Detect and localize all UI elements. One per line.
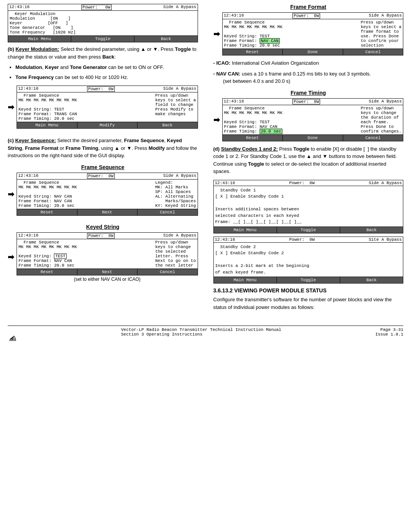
toggle-button[interactable]: Toggle bbox=[277, 277, 340, 283]
cancel-button[interactable]: Cancel bbox=[343, 135, 403, 141]
sc2-desc1: Inserts a 2-bit mark at the beginning bbox=[215, 263, 402, 269]
main-menu-button[interactable]: Main Menu bbox=[17, 122, 77, 128]
header-side: Side A Bypass bbox=[369, 13, 402, 18]
frame-seq-label: Frame Sequence bbox=[18, 180, 155, 185]
standby-code1-screen: 12:43:16 Power: 0W Side A Bypass Standby… bbox=[213, 180, 404, 233]
reset-button[interactable]: Reset bbox=[223, 49, 283, 55]
cancel-button[interactable]: Cancel bbox=[137, 269, 198, 275]
header-time: 12:43:16 bbox=[215, 237, 235, 242]
main-menu-button[interactable]: Main Menu bbox=[214, 227, 277, 233]
sc2-title: Standby Code 2 bbox=[215, 244, 402, 250]
top-section: 12:43:16 Power: 0W Side A Bypass Keyer M… bbox=[8, 4, 403, 314]
blank-line bbox=[18, 102, 155, 107]
reset-button[interactable]: Reset bbox=[223, 135, 283, 141]
nautel-logo: nautel bbox=[8, 327, 27, 343]
frame-timing-title: Frame Timing bbox=[213, 90, 404, 96]
toggle-button[interactable]: Toggle bbox=[71, 36, 134, 42]
left-column: 12:43:16 Power: 0W Side A Bypass Keyer M… bbox=[8, 4, 202, 314]
icao-text: International Civil Aviation Organizatio… bbox=[232, 60, 319, 66]
screen-footer: Reset Done Cancel bbox=[223, 49, 403, 55]
screen-header: 12:43:16 Power: 0W Side A Bypass bbox=[8, 4, 198, 11]
frame-format-screen: 12:43:16 Power: 0W Side A Bypass Frame S… bbox=[222, 12, 404, 55]
header-side: Side A Bypass bbox=[369, 181, 402, 185]
screen-header: 12:43:16 Power: 0W Side A Bypass bbox=[17, 86, 198, 92]
frame-seq-modify-row: ➡ 12:43:16 Power: 0W Side A Bypass Frame… bbox=[8, 86, 198, 129]
icao-bold: ICAO: bbox=[216, 60, 230, 66]
content-left: Frame Sequence MK MK MK MK MK MK MK MK K… bbox=[18, 240, 155, 268]
blank-line bbox=[18, 249, 155, 254]
screen-footer: Reset Next Cancel bbox=[17, 209, 198, 215]
standby-code2-screen: 12:43:16 Power: 0W Site A Bypass Standby… bbox=[213, 237, 404, 284]
next-button[interactable]: Next bbox=[77, 269, 138, 275]
b-underline: Keyer Modulation: bbox=[15, 46, 59, 52]
blank-line bbox=[224, 115, 361, 120]
content-left: Frame Sequence MK MK MK MK MK MK MK MK K… bbox=[224, 106, 361, 134]
keyed-string-row: Keyed String: NAV CAN bbox=[18, 194, 155, 199]
header-side: Side A Bypass bbox=[163, 233, 196, 238]
done-button[interactable]: Done bbox=[282, 135, 343, 141]
screen-header: 12:43:16 Power: 0W Side A Bypass bbox=[223, 99, 403, 105]
screen-footer: Reset Done Cancel bbox=[223, 134, 403, 141]
power-bracket: Power: 0W bbox=[81, 5, 112, 10]
screen-title: Keyer Modulation bbox=[10, 12, 196, 16]
header-side: Side A Bypass bbox=[163, 5, 196, 10]
arrow-icon: ➡ bbox=[8, 190, 14, 199]
toggle-button[interactable]: Toggle bbox=[277, 227, 340, 233]
screen-footer: Reset Next Cancel bbox=[17, 269, 198, 275]
frame-seq-label: Frame Sequence bbox=[224, 20, 361, 25]
main-menu-button[interactable]: Main Menu bbox=[214, 277, 277, 283]
content-left: Frame Sequence MK MK MK MK MK MK MK MK K… bbox=[224, 20, 361, 48]
back-button[interactable]: Back bbox=[137, 122, 198, 128]
cancel-button[interactable]: Cancel bbox=[343, 49, 403, 55]
sc1-desc1: Inserts additional spaces between bbox=[215, 206, 402, 213]
mk-row: MK MK MK MK MK MK MK MK bbox=[224, 111, 361, 115]
screen-content: Frame Sequence MK MK MK MK MK MK MK MK K… bbox=[223, 105, 403, 134]
back-button[interactable]: Back bbox=[340, 277, 403, 283]
header-time: 12:43:16 bbox=[215, 181, 235, 185]
arrow-icon: ➡ bbox=[213, 115, 220, 124]
modify-button[interactable]: Modify bbox=[77, 122, 138, 128]
frame-seq-label: Frame Sequence bbox=[18, 93, 155, 98]
header-side: Site A Bypass bbox=[369, 237, 402, 242]
content-right: Press up/downkeys to changethe selectedl… bbox=[155, 240, 196, 268]
frame-format-row: Frame Format: TRANS CAN bbox=[18, 112, 155, 116]
header-time: 12:43:16 bbox=[224, 13, 244, 18]
section-3613-text: Configure the transmitter's software for… bbox=[213, 296, 404, 311]
back-button[interactable]: Back bbox=[340, 227, 403, 233]
content-right: Legend:MK: All MarksSP: All SpacesAL: Al… bbox=[155, 180, 196, 208]
main-menu-button[interactable]: Main Menu bbox=[8, 36, 71, 42]
footer-left: Vector-LP Radio Beacon Transmitter Techn… bbox=[121, 327, 281, 343]
b-bullets: Modulation, Keyer and Tone Generator can… bbox=[15, 64, 198, 81]
done-button[interactable]: Done bbox=[282, 49, 343, 55]
next-button[interactable]: Next bbox=[77, 209, 138, 215]
frame-timing-row: Frame Timing: 20.0 sec bbox=[18, 203, 155, 208]
blank-line bbox=[18, 190, 155, 194]
cancel-button[interactable]: Cancel bbox=[137, 209, 198, 215]
right-column: Frame Format ➡ 12:43:16 Power: 0W Side A… bbox=[210, 4, 404, 314]
header-time: 12:43:16 bbox=[18, 86, 39, 92]
keyed-string-title: Keyed String bbox=[8, 224, 198, 230]
reset-button[interactable]: Reset bbox=[17, 209, 77, 215]
content-right: Press up/downkeys to select afield to ch… bbox=[155, 93, 196, 121]
keyed-string-row: Keyed String: TEST bbox=[18, 107, 155, 112]
content-left: Frame Sequence MK MK MK MK MK MK MK MK K… bbox=[18, 180, 155, 208]
back-button[interactable]: Back bbox=[134, 36, 197, 42]
mk-row: MK MK MK MK MK MK MK MK bbox=[18, 185, 155, 190]
frame-sequence-screen: 12:43:16 Power: 0W Side A Bypass Frame S… bbox=[17, 173, 198, 216]
blank bbox=[215, 257, 402, 263]
screen-footer: Main Menu Toggle Back bbox=[214, 277, 403, 283]
content-left: Frame Sequence MK MK MK MK MK MK MK MK K… bbox=[18, 93, 155, 121]
section-d: (d) Standby Codes 1 and 2: Press Toggle … bbox=[213, 145, 404, 175]
keyed-string-col: 12:43:16 Power: 0W Side A Bypass Frame S… bbox=[17, 232, 198, 282]
section-b: (b) Keyer Modulation: Select the desired… bbox=[8, 45, 198, 81]
frame-sequence-modify-screen: 12:43:16 Power: 0W Side A Bypass Frame S… bbox=[17, 86, 198, 129]
reset-button[interactable]: Reset bbox=[17, 269, 77, 275]
arrow-icon: ➡ bbox=[8, 252, 14, 262]
frame-seq-label: Frame Sequence bbox=[18, 240, 155, 245]
keyed-string-screen: 12:43:16 Power: 0W Side A Bypass Frame S… bbox=[17, 232, 198, 275]
page-number: Page 3-31 bbox=[375, 327, 403, 332]
frame-format-row: Frame Format: NAV CAN bbox=[18, 199, 155, 203]
para-c: (c) Keyer Sequence: Select the desired p… bbox=[8, 137, 198, 159]
frame-format-row: Frame Format: NAV CAN bbox=[224, 39, 361, 43]
screen-header: 12:43:16 Power: 0W Side A Bypass bbox=[223, 13, 403, 19]
